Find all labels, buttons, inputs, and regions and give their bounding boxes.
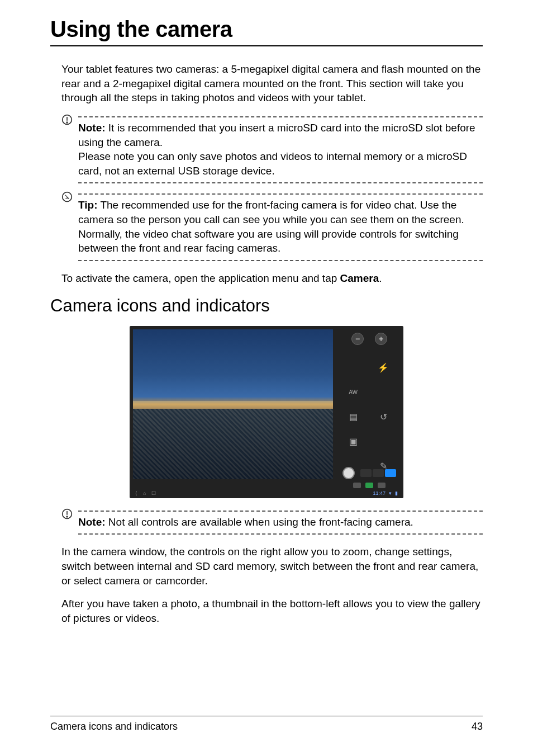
viewfinder-preview xyxy=(133,329,333,479)
flash-icon[interactable]: ⚡ xyxy=(376,361,391,375)
section-title: Camera icons and indicators xyxy=(50,296,483,316)
mode-indicator-3 xyxy=(378,483,386,488)
camera-app-screenshot: − + ⚡ AW ▤ ↺ ▣ ✎ xyxy=(130,326,403,498)
zoom-in-button[interactable]: + xyxy=(375,333,387,345)
mode-camera[interactable] xyxy=(385,469,396,477)
tip-icon xyxy=(61,191,73,202)
status-time: 11:47 xyxy=(373,490,386,496)
shutter-button[interactable] xyxy=(342,467,355,479)
note2-line: Note: Not all controls are available whe… xyxy=(78,515,483,530)
paragraph-thumbnail: After you have taken a photo, a thumbnai… xyxy=(61,597,483,625)
spacer2 xyxy=(376,385,391,400)
nav-recent-icon[interactable]: ☐ xyxy=(151,490,156,496)
mode-middle[interactable] xyxy=(373,469,384,477)
tip-line2: Normally, the video chat software you ar… xyxy=(78,227,483,256)
note1-p1: It is recommended that you insert a micr… xyxy=(78,122,475,148)
activate-prefix: To activate the camera, open the applica… xyxy=(61,272,340,284)
activate-app-name: Camera xyxy=(340,272,379,284)
note2-text: Not all controls are available when usin… xyxy=(106,516,413,528)
svg-point-2 xyxy=(66,122,68,123)
white-balance-icon[interactable]: AW xyxy=(346,385,360,400)
note2-label: Note: xyxy=(78,516,106,528)
footer-page-number: 43 xyxy=(472,721,483,733)
spacer3 xyxy=(376,434,391,449)
activate-instruction: To activate the camera, open the applica… xyxy=(61,271,483,286)
svg-point-6 xyxy=(66,516,68,517)
footer-section-name: Camera icons and indicators xyxy=(50,721,178,733)
zoom-out-button[interactable]: − xyxy=(351,333,364,345)
note1-line1: Note: It is recommended that you insert … xyxy=(78,121,483,149)
page-footer: Camera icons and indicators 43 xyxy=(50,716,483,733)
mode-indicator-2 xyxy=(365,483,373,488)
alert-icon xyxy=(61,508,73,519)
tip-p1: The recommended use for the front-facing… xyxy=(78,199,464,225)
tip-line1: Tip: The recommended use for the front-f… xyxy=(78,198,483,226)
activate-suffix: . xyxy=(379,272,382,284)
wifi-icon: ▾ xyxy=(389,490,392,496)
note-callout-1: Note: It is recommended that you insert … xyxy=(61,116,483,184)
nav-home-icon[interactable]: ⌂ xyxy=(143,490,146,496)
page-title: Using the camera xyxy=(50,17,483,46)
mode-indicator-1 xyxy=(353,483,361,488)
mode-toggle[interactable] xyxy=(360,469,396,477)
system-status-bar: ⟨ ⌂ ☐ 11:47 ▾ ▮ xyxy=(133,489,400,497)
paragraph-controls: In the camera window, the controls on th… xyxy=(61,545,483,588)
battery-icon: ▮ xyxy=(395,490,398,496)
storage-icon[interactable]: ▤ xyxy=(346,410,360,424)
tip-callout: Tip: The recommended use for the front-f… xyxy=(61,193,483,261)
switch-camera-icon[interactable]: ↺ xyxy=(376,410,391,424)
alert-icon xyxy=(61,114,73,125)
tip-label: Tip: xyxy=(78,199,97,211)
spacer xyxy=(346,361,360,375)
note1-line2: Please note you can only save photos and… xyxy=(78,149,483,178)
note1-label: Note: xyxy=(78,122,106,134)
gallery-icon[interactable]: ▣ xyxy=(346,434,360,449)
intro-paragraph: Your tablet features two cameras: a 5-me… xyxy=(61,62,483,105)
note-callout-2: Note: Not all controls are available whe… xyxy=(61,511,483,535)
mode-video[interactable] xyxy=(360,469,372,477)
nav-back-icon[interactable]: ⟨ xyxy=(135,490,137,496)
